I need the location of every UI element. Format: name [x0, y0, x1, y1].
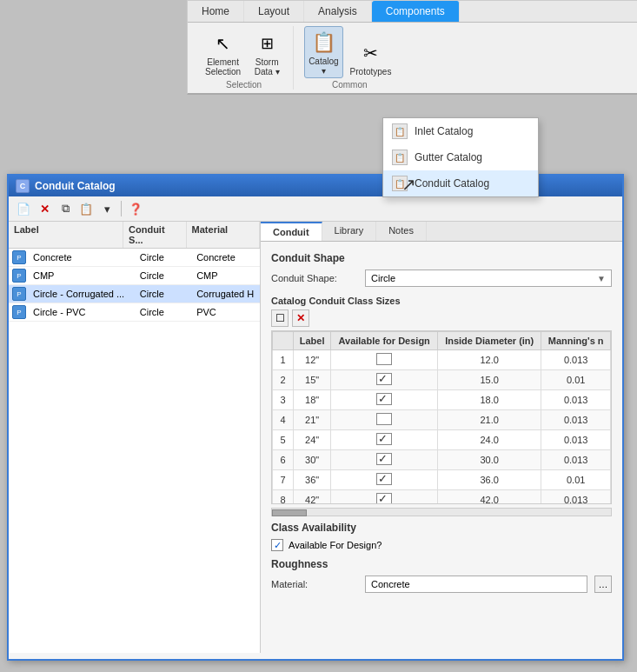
paste-button[interactable]: 📋	[76, 199, 96, 218]
row-available[interactable]	[331, 350, 438, 370]
copy-button[interactable]: ⧉	[56, 199, 75, 218]
available-checkbox[interactable]	[376, 433, 392, 445]
available-checkbox[interactable]	[376, 473, 392, 485]
new-button[interactable]: 📄	[14, 199, 33, 218]
table-delete-button[interactable]: ✕	[292, 309, 309, 327]
row-mannings: 0.01	[541, 470, 611, 490]
element-selection-button[interactable]: ↖ ElementSelection	[202, 28, 244, 78]
help-button[interactable]: ❓	[126, 199, 145, 218]
row-material: CMP	[193, 268, 260, 283]
prototypes-icon: ✂	[357, 39, 385, 67]
toolbar-separator	[121, 201, 122, 216]
row-mannings: 0.013	[541, 410, 611, 430]
table-row[interactable]: 2 15" 15.0 0.01	[273, 370, 611, 390]
available-checkbox[interactable]	[376, 353, 392, 365]
prototypes-button[interactable]: ✂ Prototypes	[347, 37, 395, 78]
tab-library[interactable]: Library	[322, 222, 377, 241]
select-arrow-icon: ▼	[597, 274, 606, 283]
pipe-icon: P	[12, 305, 26, 319]
table-row[interactable]: 1 12" 12.0 0.013	[273, 350, 611, 370]
row-mannings: 0.013	[541, 430, 611, 450]
row-available[interactable]	[331, 470, 438, 490]
row-label: 15"	[294, 370, 331, 390]
catalog-button[interactable]: 📋 Catalog▾	[304, 26, 342, 78]
storm-data-label: StormData ▾	[255, 57, 280, 77]
dropdown-button[interactable]: ▾	[97, 199, 116, 218]
row-available[interactable]	[331, 490, 438, 505]
list-item[interactable]: P CMP Circle CMP	[9, 267, 260, 285]
row-available[interactable]	[331, 370, 438, 390]
conduit-shape-label: Conduit Shape:	[271, 273, 358, 283]
right-content: Conduit Shape Conduit Shape: Circle ▼ Ca…	[261, 242, 622, 653]
tab-analysis[interactable]: Analysis	[304, 1, 372, 22]
col-label: Label	[9, 222, 123, 248]
conduit-shape-select[interactable]: Circle ▼	[365, 269, 612, 287]
row-label: Circle - PVC	[30, 304, 136, 320]
row-available[interactable]	[331, 430, 438, 450]
material-value: Concrete	[371, 579, 410, 589]
window-toolbar: 📄 ✕ ⧉ 📋 ▾ ❓	[9, 196, 622, 222]
scrollbar-thumb[interactable]	[272, 509, 307, 516]
available-checkbox[interactable]	[376, 373, 392, 385]
available-for-design-label: Available For Design?	[289, 540, 382, 550]
row-shape: Circle	[136, 250, 193, 265]
available-for-design-row: ✓ Available For Design?	[271, 539, 612, 551]
tab-conduit[interactable]: Conduit	[261, 222, 322, 241]
tab-home[interactable]: Home	[188, 1, 244, 22]
tab-layout[interactable]: Layout	[244, 1, 304, 22]
catalog-label: Catalog▾	[309, 57, 338, 76]
right-panel: Conduit Library Notes Conduit Shape Cond…	[261, 222, 622, 653]
col-material: Material	[187, 222, 260, 248]
tab-components[interactable]: Components	[372, 1, 460, 22]
material-select[interactable]: Concrete	[365, 576, 587, 593]
catalog-table-title: Catalog Conduit Class Sizes	[271, 296, 612, 306]
available-checkbox[interactable]	[376, 493, 392, 504]
table-row[interactable]: 7 36" 36.0 0.01	[273, 470, 611, 490]
class-availability-section: Class Availability ✓ Available For Desig…	[271, 522, 612, 551]
available-checkbox[interactable]	[376, 393, 392, 405]
row-label: 30"	[294, 450, 331, 470]
list-item[interactable]: P Concrete Circle Concrete	[9, 249, 260, 267]
material-edit-button[interactable]: …	[594, 576, 612, 593]
row-num: 7	[273, 470, 294, 490]
pipe-icon: P	[12, 269, 26, 283]
gutter-catalog-label: Gutter Catalog	[415, 151, 482, 163]
list-item[interactable]: P Circle - PVC Circle PVC	[9, 303, 260, 322]
available-checkbox[interactable]	[376, 453, 392, 465]
table-scroll-area: Label Available for Design Inside Diamet…	[271, 330, 612, 504]
inlet-catalog-item[interactable]: 📋 Inlet Catalog	[383, 118, 538, 144]
delete-button[interactable]: ✕	[35, 199, 54, 218]
list-item[interactable]: P Circle - Corrugated ... Circle Corruga…	[9, 285, 260, 303]
row-material: Concrete	[193, 250, 260, 265]
row-available[interactable]	[331, 410, 438, 430]
table-add-button[interactable]: ☐	[271, 309, 289, 327]
row-available[interactable]	[331, 390, 438, 410]
horizontal-scrollbar[interactable]	[271, 508, 612, 516]
storm-data-button[interactable]: ⊞ StormData ▾	[248, 28, 286, 78]
roughness-title: Roughness	[271, 558, 612, 570]
available-checkbox[interactable]	[376, 413, 392, 425]
col-conduit-shape: Conduit S...	[123, 222, 187, 248]
tab-notes[interactable]: Notes	[376, 222, 427, 241]
ribbon: Home Layout Analysis Components ↖ Elemen…	[187, 0, 637, 95]
conduit-catalog-item[interactable]: 📋 Conduit Catalog	[383, 170, 538, 196]
row-available[interactable]	[331, 450, 438, 470]
conduit-catalog-label: Conduit Catalog	[415, 177, 489, 190]
table-row[interactable]: 8 42" 42.0 0.013	[273, 490, 611, 505]
row-shape: Circle	[136, 286, 193, 302]
table-row[interactable]: 6 30" 30.0 0.013	[273, 450, 611, 470]
row-diameter: 36.0	[438, 470, 541, 490]
col-num	[273, 332, 294, 350]
ribbon-tabs: Home Layout Analysis Components	[188, 1, 637, 23]
catalog-icon: 📋	[309, 29, 337, 57]
conduit-catalog-window: C Conduit Catalog 📄 ✕ ⧉ 📋 ▾ ❓ Label Cond…	[7, 174, 624, 661]
table-row[interactable]: 4 21" 21.0 0.013	[273, 410, 611, 430]
ribbon-group-selection: ↖ ElementSelection ⊞ StormData ▾ Selecti…	[195, 26, 294, 90]
table-row[interactable]: 3 18" 18.0 0.013	[273, 390, 611, 410]
gutter-catalog-item[interactable]: 📋 Gutter Catalog	[383, 144, 538, 170]
available-for-design-checkbox[interactable]: ✓	[271, 539, 283, 551]
table-row[interactable]: 5 24" 24.0 0.013	[273, 430, 611, 450]
conduit-sizes-table: Label Available for Design Inside Diamet…	[272, 331, 611, 504]
conduit-catalog-icon: 📋	[392, 176, 408, 191]
row-num: 2	[273, 370, 294, 390]
